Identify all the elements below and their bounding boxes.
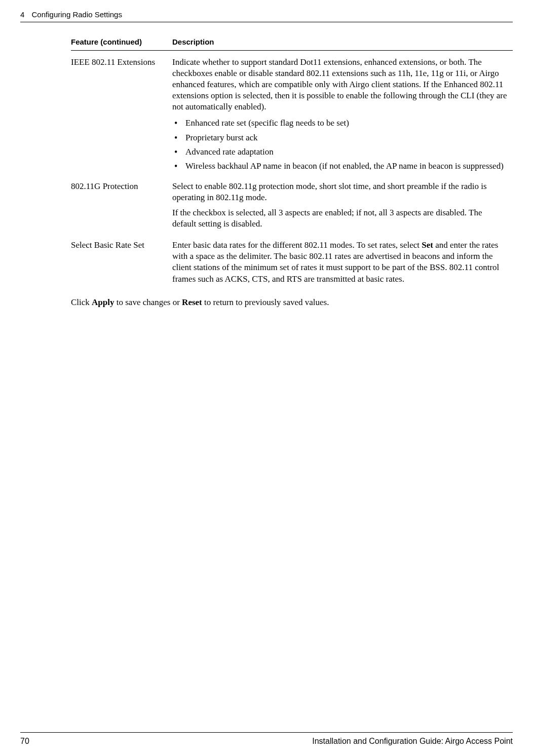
desc-bold-set: Set [422,240,433,250]
description-cell: Select to enable 802.11g protection mode… [172,175,513,234]
desc-pre: Enter basic data rates for the different… [172,240,422,250]
table-row: 802.11G Protection Select to enable 802.… [71,175,513,234]
feature-cell: 802.11G Protection [71,175,172,234]
action-mid: to save changes or [115,297,182,307]
description-cell: Enter basic data rates for the different… [172,234,513,288]
chapter-title: Configuring Radio Settings [32,10,122,19]
description-para2: If the checkbox is selected, all 3 aspec… [172,207,508,230]
action-post: to return to previously saved values. [202,297,329,307]
list-item: Enhanced rate set (specific flag needs t… [172,118,508,129]
chapter-heading: 4 Configuring Radio Settings [20,10,122,19]
action-text: Click Apply to save changes or Reset to … [71,297,513,308]
list-item: Proprietary burst ack [172,132,508,143]
feature-cell: IEEE 802.11 Extensions [71,51,172,175]
description-intro: Indicate whether to support standard Dot… [172,57,508,112]
table-header-feature: Feature (continued) [71,37,172,51]
bullet-list: Enhanced rate set (specific flag needs t… [172,118,508,171]
feature-table: Feature (continued) Description IEEE 802… [71,37,513,289]
action-reset: Reset [182,297,202,307]
table-row: IEEE 802.11 Extensions Indicate whether … [71,51,513,175]
header-feature-label: Feature [71,37,98,46]
description-cell: Indicate whether to support standard Dot… [172,51,513,175]
action-pre1: Click [71,297,92,307]
page-footer: 70 Installation and Configuration Guide:… [20,732,513,746]
table-header-description: Description [172,37,513,51]
footer-doc-title: Installation and Configuration Guide: Ai… [312,737,513,746]
description-para1: Select to enable 802.11g protection mode… [172,181,508,203]
description-para-combined: Enter basic data rates for the different… [172,240,508,284]
table-row: Select Basic Rate Set Enter basic data r… [71,234,513,288]
content-wrapper: Feature (continued) Description IEEE 802… [20,37,513,308]
page-number: 70 [20,737,29,746]
table-header-row: Feature (continued) Description [71,37,513,51]
action-apply: Apply [92,297,114,307]
list-item: Wireless backhaul AP name in beacon (if … [172,161,508,172]
list-item: Advanced rate adaptation [172,146,508,158]
header-continued-label: (continued) [100,37,142,46]
feature-cell: Select Basic Rate Set [71,234,172,288]
chapter-number: 4 [20,10,24,19]
page-header: 4 Configuring Radio Settings [20,10,513,22]
